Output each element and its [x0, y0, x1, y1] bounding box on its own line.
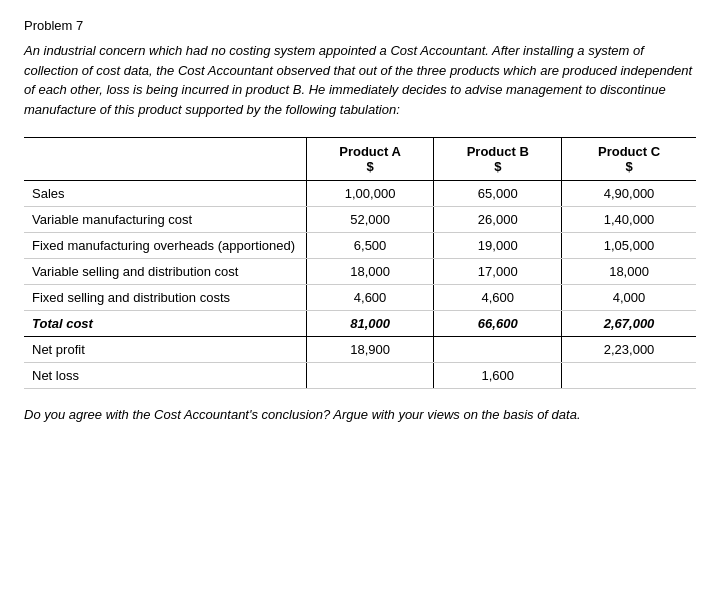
table-row: Net profit18,9002,23,000	[24, 337, 696, 363]
problem-text: An industrial concern which had no costi…	[24, 41, 696, 119]
header-product-c: Product C $	[562, 138, 696, 181]
row-col-a: 4,600	[306, 285, 434, 311]
data-table: Product A $ Product B $ Product C $ Sale…	[24, 137, 696, 389]
row-col-b	[434, 337, 562, 363]
footer-text: Do you agree with the Cost Accountant's …	[24, 407, 696, 422]
table-row: Fixed manufacturing overheads (apportion…	[24, 233, 696, 259]
header-product-b: Product B $	[434, 138, 562, 181]
row-col-c: 2,67,000	[562, 311, 696, 337]
row-col-a: 1,00,000	[306, 181, 434, 207]
row-col-c: 1,05,000	[562, 233, 696, 259]
row-label: Sales	[24, 181, 306, 207]
row-col-b: 1,600	[434, 363, 562, 389]
row-col-a: 81,000	[306, 311, 434, 337]
row-label: Variable manufacturing cost	[24, 207, 306, 233]
row-col-a: 18,000	[306, 259, 434, 285]
row-label: Fixed manufacturing overheads (apportion…	[24, 233, 306, 259]
table-row: Total cost81,00066,6002,67,000	[24, 311, 696, 337]
header-label	[24, 138, 306, 181]
row-col-b: 19,000	[434, 233, 562, 259]
row-label: Net profit	[24, 337, 306, 363]
row-col-a: 18,900	[306, 337, 434, 363]
row-col-c	[562, 363, 696, 389]
row-label: Total cost	[24, 311, 306, 337]
row-col-b: 66,600	[434, 311, 562, 337]
problem-title: Problem 7	[24, 18, 696, 33]
row-col-b: 26,000	[434, 207, 562, 233]
row-col-c: 1,40,000	[562, 207, 696, 233]
row-col-c: 4,000	[562, 285, 696, 311]
row-col-a	[306, 363, 434, 389]
table-row: Sales1,00,00065,0004,90,000	[24, 181, 696, 207]
row-col-c: 4,90,000	[562, 181, 696, 207]
table-row: Variable manufacturing cost52,00026,0001…	[24, 207, 696, 233]
row-col-b: 65,000	[434, 181, 562, 207]
row-label: Fixed selling and distribution costs	[24, 285, 306, 311]
row-col-b: 17,000	[434, 259, 562, 285]
row-col-a: 52,000	[306, 207, 434, 233]
row-label: Net loss	[24, 363, 306, 389]
row-col-c: 2,23,000	[562, 337, 696, 363]
header-product-a: Product A $	[306, 138, 434, 181]
row-label: Variable selling and distribution cost	[24, 259, 306, 285]
row-col-b: 4,600	[434, 285, 562, 311]
row-col-c: 18,000	[562, 259, 696, 285]
table-row: Net loss1,600	[24, 363, 696, 389]
row-col-a: 6,500	[306, 233, 434, 259]
table-row: Fixed selling and distribution costs4,60…	[24, 285, 696, 311]
table-row: Variable selling and distribution cost18…	[24, 259, 696, 285]
